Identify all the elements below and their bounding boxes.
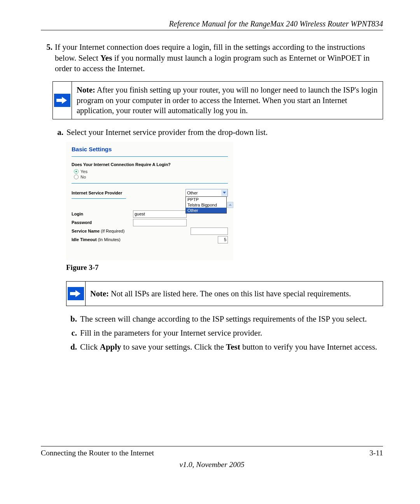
substep-c-label: c. xyxy=(66,328,80,339)
basic-settings-heading: Basic Settings xyxy=(72,146,228,152)
substep-d-body: Click Apply to save your settings. Click… xyxy=(80,342,383,353)
isp-dropdown[interactable]: Other xyxy=(186,189,228,197)
password-input[interactable] xyxy=(133,219,187,226)
divider xyxy=(72,198,126,199)
chevron-down-icon[interactable] xyxy=(221,190,228,196)
note-arrow-icon xyxy=(68,287,84,300)
figure-caption: Figure 3-7 xyxy=(66,263,383,272)
substep-b-label: b. xyxy=(66,314,80,325)
isp-option-pptp[interactable]: PPTP xyxy=(186,197,226,202)
substep-d: d. Click Apply to save your settings. Cl… xyxy=(66,342,383,353)
radio-no-circle[interactable] xyxy=(74,175,79,179)
isp-option-other[interactable]: Other xyxy=(186,208,226,213)
substep-c: c. Fill in the parameters for your Inter… xyxy=(66,328,383,339)
radio-no[interactable]: No xyxy=(74,175,228,179)
divider xyxy=(72,183,228,184)
radio-yes-label: Yes xyxy=(80,169,88,174)
substep-c-body: Fill in the parameters for your Internet… xyxy=(80,328,383,339)
radio-no-label: No xyxy=(80,175,86,179)
radio-yes-circle[interactable] xyxy=(74,169,79,174)
note-icon-cell xyxy=(53,91,72,109)
note-1-label: Note: xyxy=(77,86,95,94)
page-footer: Connecting the Router to the Internet 3-… xyxy=(41,446,383,469)
scroll-up-icon[interactable] xyxy=(227,202,233,208)
isp-dropdown-list[interactable]: PPTP Telstra Bigpond Other xyxy=(186,196,227,214)
divider xyxy=(72,156,228,157)
figure-3-7: Basic Settings Does Your Internet Connec… xyxy=(66,142,233,260)
service-name-input[interactable] xyxy=(191,228,228,235)
footer-right: 3-11 xyxy=(369,449,383,457)
substep-d-label: d. xyxy=(66,342,80,353)
idle-timeout-input[interactable]: 5 xyxy=(218,236,228,243)
note-1-body: After you finish setting up your router,… xyxy=(77,86,378,115)
note-2-label: Note: xyxy=(90,289,109,298)
page-header: Reference Manual for the RangeMax 240 Wi… xyxy=(41,19,383,28)
note-2-text: Note: Not all ISPs are listed here. The … xyxy=(85,282,383,306)
footer-left: Connecting the Router to the Internet xyxy=(41,449,154,457)
note-box-1: Note: After you finish setting up your r… xyxy=(52,81,383,119)
note-1-text: Note: After you finish setting up your r… xyxy=(72,82,383,119)
step-5-body: If your Internet connection does require… xyxy=(55,42,383,74)
login-value: guest xyxy=(135,212,145,216)
note-arrow-icon xyxy=(54,94,70,107)
step-5-bold-yes: Yes xyxy=(100,53,112,63)
login-required-question: Does Your Internet Connection Require A … xyxy=(72,162,228,167)
footer-version: v1.0, November 2005 xyxy=(41,460,383,469)
isp-option-telstra[interactable]: Telstra Bigpond xyxy=(186,202,226,208)
radio-yes[interactable]: Yes xyxy=(74,169,228,174)
isp-label: Internet Service Provider xyxy=(72,191,122,195)
substep-a-body: Select your Internet service provider fr… xyxy=(66,127,383,138)
login-input[interactable]: guest xyxy=(133,210,187,218)
header-rule xyxy=(41,30,383,30)
password-label: Password xyxy=(72,220,92,225)
substep-a: a. Select your Internet service provider… xyxy=(52,127,383,138)
substep-a-label: a. xyxy=(52,127,66,138)
note-2-body: Not all ISPs are listed here. The ones o… xyxy=(109,289,351,298)
login-label: Login xyxy=(72,212,83,216)
step-5: 5. If your Internet connection does requ… xyxy=(41,42,383,74)
idle-timeout-value: 5 xyxy=(224,237,226,242)
substep-b-body: The screen will change according to the … xyxy=(80,314,383,325)
service-name-label: Service Name (If Required) xyxy=(72,229,124,233)
note-box-2: Note: Not all ISPs are listed here. The … xyxy=(66,281,383,306)
idle-timeout-label: Idle Timeout (In Minutes) xyxy=(72,237,121,242)
substep-b: b. The screen will change according to t… xyxy=(66,314,383,325)
footer-rule xyxy=(41,446,383,446)
isp-selected-value: Other xyxy=(187,191,198,195)
step-5-number: 5. xyxy=(41,42,55,74)
note-icon-cell xyxy=(66,285,85,303)
